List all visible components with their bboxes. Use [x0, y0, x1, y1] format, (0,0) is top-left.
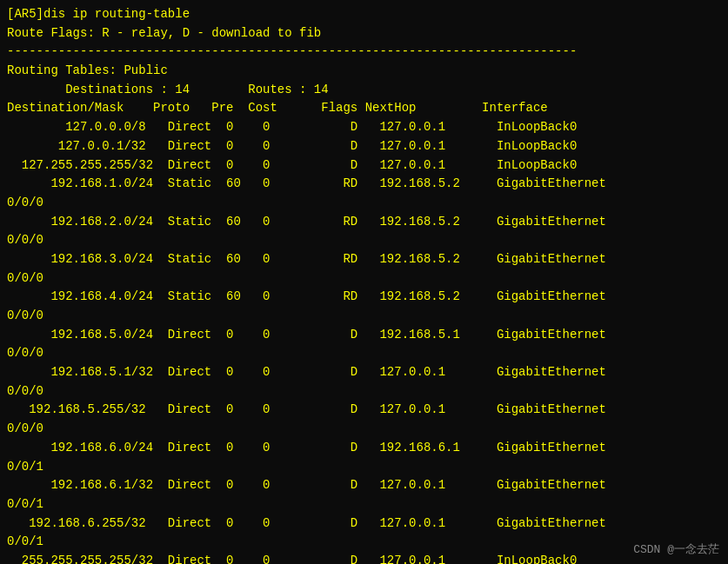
terminal-line: 192.168.1.0/24 Static 60 0 RD 192.168.5.… [7, 175, 721, 194]
terminal-line: 0/0/0 [7, 231, 721, 250]
terminal-line: 192.168.6.0/24 Direct 0 0 D 192.168.6.1 … [7, 439, 721, 458]
terminal-line: 192.168.6.1/32 Direct 0 0 D 127.0.0.1 Gi… [7, 476, 721, 495]
terminal-line: Routing Tables: Public [7, 62, 721, 81]
terminal-line: 192.168.4.0/24 Static 60 0 RD 192.168.5.… [7, 288, 721, 307]
terminal-line: 192.168.2.0/24 Static 60 0 RD 192.168.5.… [7, 213, 721, 232]
terminal-line: 192.168.5.255/32 Direct 0 0 D 127.0.0.1 … [7, 401, 721, 420]
terminal-line: 0/0/0 [7, 307, 721, 326]
terminal-line: 192.168.6.255/32 Direct 0 0 D 127.0.0.1 … [7, 514, 721, 534]
terminal-line: 0/0/0 [7, 194, 721, 213]
terminal-output: [AR5]dis ip routing-tableRoute Flags: R … [7, 5, 721, 564]
terminal-line: 0/0/0 [7, 269, 721, 289]
terminal-line: 192.168.3.0/24 Static 60 0 RD 192.168.5.… [7, 250, 721, 269]
terminal-line: 0/0/0 [7, 420, 721, 439]
watermark: CSDN @一念去茫 [633, 541, 719, 557]
terminal-line: ----------------------------------------… [7, 43, 721, 62]
terminal-line: 127.0.0.1/32 Direct 0 0 D 127.0.0.1 InLo… [7, 137, 721, 156]
terminal-window: [AR5]dis ip routing-tableRoute Flags: R … [0, 0, 728, 564]
terminal-line: Destination/Mask Proto Pre Cost Flags Ne… [7, 99, 721, 118]
terminal-line: 0/0/1 [7, 533, 721, 552]
terminal-line: 127.0.0.0/8 Direct 0 0 D 127.0.0.1 InLoo… [7, 118, 721, 137]
terminal-line: 0/0/1 [7, 495, 721, 514]
terminal-line: 192.168.5.0/24 Direct 0 0 D 192.168.5.1 … [7, 326, 721, 345]
terminal-line: 192.168.5.1/32 Direct 0 0 D 127.0.0.1 Gi… [7, 363, 721, 382]
terminal-line: 0/0/0 [7, 344, 721, 363]
terminal-line: 0/0/0 [7, 382, 721, 401]
terminal-line: 255.255.255.255/32 Direct 0 0 D 127.0.0.… [7, 552, 721, 564]
terminal-line: 127.255.255.255/32 Direct 0 0 D 127.0.0.… [7, 156, 721, 176]
terminal-line: [AR5]dis ip routing-table [7, 5, 721, 24]
terminal-line: 0/0/1 [7, 458, 721, 477]
terminal-line: Route Flags: R - relay, D - download to … [7, 24, 721, 43]
terminal-line: Destinations : 14 Routes : 14 [7, 81, 721, 100]
